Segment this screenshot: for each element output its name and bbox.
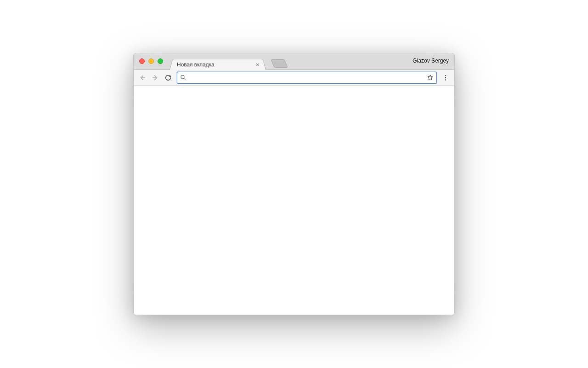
svg-point-3 (445, 77, 446, 78)
window-controls (139, 58, 163, 64)
svg-point-2 (445, 75, 446, 76)
tab-active[interactable]: Новая вкладка × (170, 59, 266, 70)
omnibox[interactable] (177, 72, 437, 84)
tabs-area: Новая вкладка × (170, 53, 286, 69)
back-button[interactable] (138, 74, 147, 82)
address-input[interactable] (186, 74, 427, 81)
reload-icon (164, 74, 172, 81)
tab-title: Новая вкладка (177, 62, 215, 68)
svg-line-1 (184, 78, 185, 80)
dots-vertical-icon (442, 74, 449, 81)
arrow-right-icon (152, 74, 159, 81)
close-icon[interactable]: × (255, 62, 260, 68)
svg-point-4 (445, 79, 446, 80)
arrow-left-icon (139, 74, 146, 81)
window-minimize-button[interactable] (148, 58, 154, 64)
browser-window: Новая вкладка × Glazov Sergey (133, 53, 455, 315)
window-close-button[interactable] (139, 58, 145, 64)
tab-strip: Новая вкладка × Glazov Sergey (134, 53, 454, 69)
window-maximize-button[interactable] (158, 58, 163, 64)
page-content (134, 86, 454, 315)
menu-button[interactable] (441, 74, 450, 82)
profile-name[interactable]: Glazov Sergey (413, 58, 449, 64)
toolbar (134, 69, 454, 86)
new-tab-button[interactable] (271, 59, 288, 68)
star-icon[interactable] (427, 74, 434, 81)
forward-button[interactable] (151, 74, 159, 82)
search-icon (180, 75, 186, 80)
reload-button[interactable] (164, 74, 172, 82)
